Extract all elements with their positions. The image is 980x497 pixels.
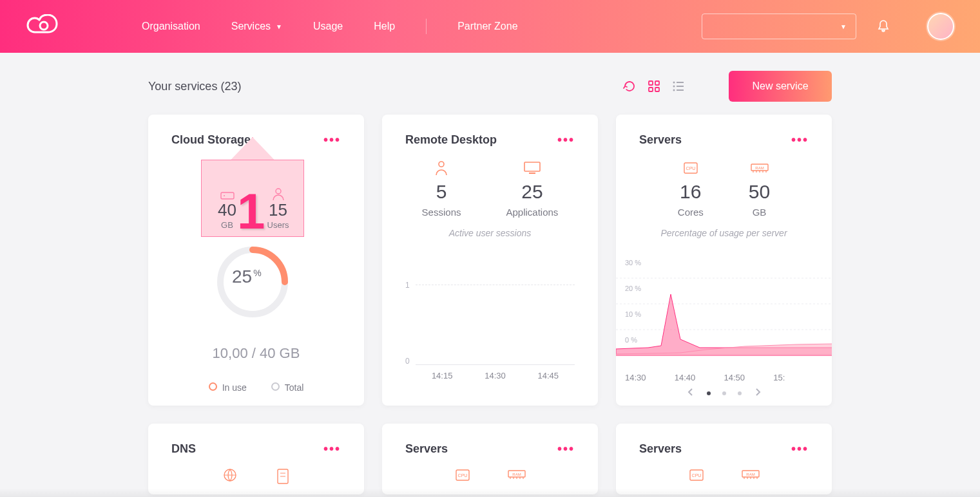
x-tick: 14:30 xyxy=(625,373,675,382)
logo-icon xyxy=(26,14,64,39)
usage-percent-suffix: % xyxy=(253,268,261,278)
sessions-label: Sessions xyxy=(422,207,461,218)
refresh-icon[interactable] xyxy=(623,80,636,93)
svg-point-13 xyxy=(276,189,281,194)
cpu-icon: CPU xyxy=(454,468,471,485)
nav-services[interactable]: Services ▼ xyxy=(231,21,282,32)
chevron-right-icon[interactable] xyxy=(753,388,762,399)
usage-percent-value: 25 xyxy=(232,267,252,286)
cpu-icon: CPU xyxy=(682,159,699,177)
nav-help[interactable]: Help xyxy=(374,21,395,32)
chart-subtitle: Active user sessions xyxy=(382,228,598,238)
card-title: Servers xyxy=(405,442,448,456)
page-title: Your services (23) xyxy=(148,80,241,93)
svg-point-0 xyxy=(40,22,48,30)
svg-text:RAM: RAM xyxy=(512,473,521,476)
card-servers[interactable]: Servers ••• CPU 16 Cores RAM 50 GB Perce… xyxy=(616,115,832,406)
user-avatar[interactable] xyxy=(927,13,954,40)
svg-text:RAM: RAM xyxy=(755,166,764,170)
svg-rect-4 xyxy=(655,88,659,91)
card-title: DNS xyxy=(171,442,196,456)
svg-rect-17 xyxy=(529,173,535,174)
priority-badge: 1 xyxy=(237,182,265,241)
svg-text:CPU: CPU xyxy=(686,166,695,171)
card-servers-2[interactable]: Servers ••• CPU RAM xyxy=(382,424,598,494)
card-menu-icon[interactable]: ••• xyxy=(323,133,341,147)
card-title: Servers xyxy=(639,442,682,456)
top-header: Organisation Services ▼ Usage Help Partn… xyxy=(0,0,980,53)
svg-text:CPU: CPU xyxy=(457,473,467,478)
card-menu-icon[interactable]: ••• xyxy=(323,442,341,456)
ram-icon: RAM xyxy=(741,468,760,485)
ram-icon: RAM xyxy=(507,468,526,485)
x-axis: 14:30 14:40 14:50 15: xyxy=(625,373,823,382)
card-remote-desktop[interactable]: Remote Desktop ••• 5 Sessions 25 Applica… xyxy=(382,115,598,406)
page-title-text: Your services xyxy=(148,80,217,93)
nav-usage[interactable]: Usage xyxy=(313,21,343,32)
y-tick: 0 xyxy=(405,357,410,366)
x-tick: 14:50 xyxy=(724,373,774,382)
user-icon xyxy=(272,187,285,200)
svg-rect-8 xyxy=(677,86,684,87)
legend-inuse: In use xyxy=(209,382,247,393)
x-axis: 14:15 14:30 14:45 xyxy=(416,371,575,380)
nav-services-label: Services xyxy=(231,21,271,32)
nav-organisation[interactable]: Organisation xyxy=(142,21,200,32)
apps-label: Applications xyxy=(506,207,558,218)
card-dns[interactable]: DNS ••• xyxy=(148,424,364,494)
svg-point-15 xyxy=(439,162,444,167)
notifications-icon[interactable] xyxy=(877,19,890,33)
y-tick: 30 % xyxy=(625,259,641,267)
card-title: Cloud Storage xyxy=(171,133,251,147)
context-selector[interactable]: ▼ xyxy=(702,14,856,39)
usage-total: 10,00 / 40 GB xyxy=(148,345,364,362)
nav-partner-zone[interactable]: Partner Zone xyxy=(457,21,517,32)
card-menu-icon[interactable]: ••• xyxy=(557,133,575,147)
storage-users-value: 15 xyxy=(269,200,287,220)
svg-rect-10 xyxy=(677,89,684,91)
svg-rect-11 xyxy=(221,192,234,199)
x-tick: 14:40 xyxy=(675,373,724,382)
card-cloud-storage[interactable]: Cloud Storage ••• 40 GB 15 Users 1 25% 1… xyxy=(148,115,364,406)
card-title: Remote Desktop xyxy=(405,133,497,147)
nav-separator xyxy=(426,19,427,34)
ram-value: 50 xyxy=(749,181,770,203)
x-tick: 14:15 xyxy=(432,371,453,380)
svg-rect-1 xyxy=(649,81,653,85)
pager-dot[interactable] xyxy=(722,391,726,395)
card-menu-icon[interactable]: ••• xyxy=(791,133,809,147)
svg-rect-2 xyxy=(655,81,659,85)
monitor-icon xyxy=(523,159,541,177)
new-service-button[interactable]: New service xyxy=(729,71,832,102)
x-tick: 15: xyxy=(773,373,823,382)
usage-percent: 25% xyxy=(232,267,262,287)
pager-dot[interactable] xyxy=(707,391,711,395)
card-menu-icon[interactable]: ••• xyxy=(557,442,575,456)
area-chart-icon xyxy=(616,272,832,368)
y-tick: 1 xyxy=(405,281,410,290)
chevron-left-icon[interactable] xyxy=(686,388,695,399)
svg-text:CPU: CPU xyxy=(691,473,701,478)
svg-point-7 xyxy=(673,86,675,88)
pager-dot[interactable] xyxy=(738,391,742,395)
sessions-value: 5 xyxy=(436,181,447,203)
record-icon xyxy=(276,468,290,487)
grid-view-icon[interactable] xyxy=(648,80,660,93)
page-title-count: (23) xyxy=(220,80,241,93)
services-grid-row2: DNS ••• Servers ••• CPU RAM Servers ••• … xyxy=(0,424,980,494)
chart-pager xyxy=(616,388,832,399)
card-menu-icon[interactable]: ••• xyxy=(791,442,809,456)
servers-chart: 30 % 20 % 10 % 0 % xyxy=(616,259,832,368)
chevron-down-icon: ▼ xyxy=(276,23,282,30)
chart-subtitle: Percentage of usage per server xyxy=(616,228,832,238)
usage-legend: In use Total xyxy=(148,382,364,393)
svg-text:RAM: RAM xyxy=(746,473,754,476)
card-servers-3[interactable]: Servers ••• CPU RAM xyxy=(616,424,832,494)
list-view-icon[interactable] xyxy=(672,80,685,93)
chart-gridline xyxy=(416,285,575,285)
sessions-chart: 1 0 14:15 14:30 14:45 xyxy=(382,281,598,384)
svg-rect-16 xyxy=(524,162,540,171)
storage-gb-value: 40 xyxy=(218,200,236,220)
svg-point-9 xyxy=(673,89,675,91)
main-nav: Organisation Services ▼ Usage Help Partn… xyxy=(142,19,518,34)
